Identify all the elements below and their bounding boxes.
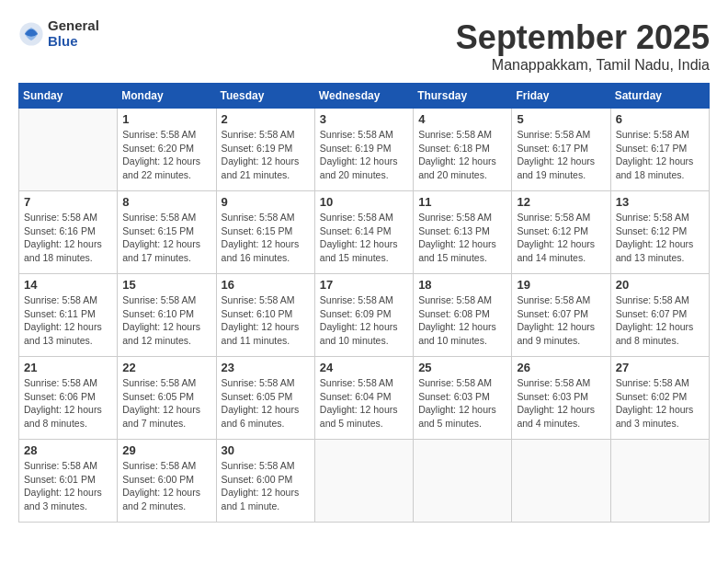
day-info: Sunrise: 5:58 AM Sunset: 6:00 PM Dayligh…	[222, 459, 310, 513]
day-number: 22	[122, 361, 210, 374]
calendar-week-row: 1Sunrise: 5:58 AM Sunset: 6:20 PM Daylig…	[19, 109, 710, 191]
day-number: 10	[320, 195, 408, 209]
weekday-header-monday: Monday	[118, 84, 216, 109]
logo-blue-text: Blue	[48, 34, 99, 50]
logo: General Blue	[18, 18, 99, 49]
calendar-cell: 30Sunrise: 5:58 AM Sunset: 6:00 PM Dayli…	[216, 440, 314, 523]
day-info: Sunrise: 5:58 AM Sunset: 6:01 PM Dayligh…	[24, 459, 112, 513]
day-info: Sunrise: 5:58 AM Sunset: 6:11 PM Dayligh…	[24, 293, 112, 348]
calendar-cell: 23Sunrise: 5:58 AM Sunset: 6:05 PM Dayli…	[216, 357, 314, 440]
calendar-cell: 4Sunrise: 5:58 AM Sunset: 6:18 PM Daylig…	[414, 109, 512, 191]
day-number: 7	[24, 195, 112, 209]
day-number: 13	[616, 195, 704, 209]
day-number: 20	[616, 278, 704, 292]
day-number: 23	[222, 361, 310, 374]
calendar-cell: 21Sunrise: 5:58 AM Sunset: 6:06 PM Dayli…	[19, 357, 118, 440]
weekday-header-thursday: Thursday	[414, 84, 512, 109]
page-header: General Blue September 2025 Manappakkam,…	[18, 18, 710, 74]
day-number: 30	[222, 443, 310, 457]
calendar-cell	[512, 440, 610, 523]
day-number: 11	[418, 195, 506, 209]
calendar-cell: 24Sunrise: 5:58 AM Sunset: 6:04 PM Dayli…	[314, 357, 413, 440]
day-number: 3	[320, 112, 408, 126]
calendar-cell: 5Sunrise: 5:58 AM Sunset: 6:17 PM Daylig…	[512, 109, 610, 191]
day-info: Sunrise: 5:58 AM Sunset: 6:13 PM Dayligh…	[418, 211, 506, 265]
calendar-cell: 26Sunrise: 5:58 AM Sunset: 6:03 PM Dayli…	[512, 357, 610, 440]
day-info: Sunrise: 5:58 AM Sunset: 6:16 PM Dayligh…	[24, 211, 112, 265]
calendar-cell: 25Sunrise: 5:58 AM Sunset: 6:03 PM Dayli…	[414, 357, 512, 440]
month-title: September 2025	[456, 18, 710, 57]
day-info: Sunrise: 5:58 AM Sunset: 6:06 PM Dayligh…	[24, 376, 112, 431]
calendar-cell: 28Sunrise: 5:58 AM Sunset: 6:01 PM Dayli…	[19, 440, 118, 523]
day-number: 17	[320, 278, 408, 292]
calendar-cell: 9Sunrise: 5:58 AM Sunset: 6:15 PM Daylig…	[216, 191, 314, 274]
day-number: 19	[517, 278, 605, 292]
calendar-week-row: 7Sunrise: 5:58 AM Sunset: 6:16 PM Daylig…	[19, 191, 710, 274]
day-info: Sunrise: 5:58 AM Sunset: 6:05 PM Dayligh…	[222, 376, 310, 431]
day-info: Sunrise: 5:58 AM Sunset: 6:02 PM Dayligh…	[616, 376, 704, 431]
day-number: 16	[222, 278, 310, 292]
location-subtitle: Manappakkam, Tamil Nadu, India	[456, 57, 710, 74]
calendar-cell: 2Sunrise: 5:58 AM Sunset: 6:19 PM Daylig…	[216, 109, 314, 191]
day-number: 5	[517, 112, 605, 126]
weekday-header-sunday: Sunday	[19, 84, 118, 109]
calendar-cell: 20Sunrise: 5:58 AM Sunset: 6:07 PM Dayli…	[610, 274, 709, 357]
calendar-cell: 13Sunrise: 5:58 AM Sunset: 6:12 PM Dayli…	[610, 191, 709, 274]
calendar-week-row: 21Sunrise: 5:58 AM Sunset: 6:06 PM Dayli…	[19, 357, 710, 440]
day-info: Sunrise: 5:58 AM Sunset: 6:12 PM Dayligh…	[616, 211, 704, 265]
day-number: 2	[222, 112, 310, 126]
calendar-week-row: 14Sunrise: 5:58 AM Sunset: 6:11 PM Dayli…	[19, 274, 710, 357]
day-number: 25	[418, 361, 506, 374]
day-info: Sunrise: 5:58 AM Sunset: 6:19 PM Dayligh…	[320, 128, 408, 182]
calendar-cell: 12Sunrise: 5:58 AM Sunset: 6:12 PM Dayli…	[512, 191, 610, 274]
logo-icon	[18, 21, 44, 47]
weekday-header-saturday: Saturday	[610, 84, 709, 109]
weekday-header-friday: Friday	[512, 84, 610, 109]
weekday-header-wednesday: Wednesday	[314, 84, 413, 109]
calendar-cell: 16Sunrise: 5:58 AM Sunset: 6:10 PM Dayli…	[216, 274, 314, 357]
day-number: 14	[24, 278, 112, 292]
calendar-cell	[414, 440, 512, 523]
calendar-cell: 1Sunrise: 5:58 AM Sunset: 6:20 PM Daylig…	[118, 109, 216, 191]
day-info: Sunrise: 5:58 AM Sunset: 6:04 PM Dayligh…	[320, 376, 408, 431]
calendar-cell: 7Sunrise: 5:58 AM Sunset: 6:16 PM Daylig…	[19, 191, 118, 274]
calendar-cell: 17Sunrise: 5:58 AM Sunset: 6:09 PM Dayli…	[314, 274, 413, 357]
day-info: Sunrise: 5:58 AM Sunset: 6:03 PM Dayligh…	[418, 376, 506, 431]
day-info: Sunrise: 5:58 AM Sunset: 6:10 PM Dayligh…	[222, 293, 310, 348]
day-number: 24	[320, 361, 408, 374]
day-number: 18	[418, 278, 506, 292]
calendar-cell: 29Sunrise: 5:58 AM Sunset: 6:00 PM Dayli…	[118, 440, 216, 523]
day-number: 9	[222, 195, 310, 209]
day-info: Sunrise: 5:58 AM Sunset: 6:20 PM Dayligh…	[122, 128, 210, 182]
weekday-header-row: SundayMondayTuesdayWednesdayThursdayFrid…	[19, 84, 710, 109]
calendar-cell	[610, 440, 709, 523]
day-number: 26	[517, 361, 605, 374]
day-info: Sunrise: 5:58 AM Sunset: 6:15 PM Dayligh…	[222, 211, 310, 265]
calendar-cell: 22Sunrise: 5:58 AM Sunset: 6:05 PM Dayli…	[118, 357, 216, 440]
day-number: 28	[24, 443, 112, 457]
day-info: Sunrise: 5:58 AM Sunset: 6:12 PM Dayligh…	[517, 211, 605, 265]
day-number: 15	[122, 278, 210, 292]
day-number: 21	[24, 361, 112, 374]
calendar-cell: 6Sunrise: 5:58 AM Sunset: 6:17 PM Daylig…	[610, 109, 709, 191]
calendar-cell: 8Sunrise: 5:58 AM Sunset: 6:15 PM Daylig…	[118, 191, 216, 274]
calendar-cell: 27Sunrise: 5:58 AM Sunset: 6:02 PM Dayli…	[610, 357, 709, 440]
day-info: Sunrise: 5:58 AM Sunset: 6:18 PM Dayligh…	[418, 128, 506, 182]
title-block: September 2025 Manappakkam, Tamil Nadu, …	[456, 18, 710, 74]
day-info: Sunrise: 5:58 AM Sunset: 6:00 PM Dayligh…	[122, 459, 210, 513]
day-info: Sunrise: 5:58 AM Sunset: 6:05 PM Dayligh…	[122, 376, 210, 431]
day-info: Sunrise: 5:58 AM Sunset: 6:15 PM Dayligh…	[122, 211, 210, 265]
calendar-cell	[19, 109, 118, 191]
day-number: 29	[122, 443, 210, 457]
day-info: Sunrise: 5:58 AM Sunset: 6:17 PM Dayligh…	[517, 128, 605, 182]
day-info: Sunrise: 5:58 AM Sunset: 6:09 PM Dayligh…	[320, 293, 408, 348]
day-info: Sunrise: 5:58 AM Sunset: 6:03 PM Dayligh…	[517, 376, 605, 431]
logo-general-text: General	[48, 18, 99, 34]
day-number: 12	[517, 195, 605, 209]
day-info: Sunrise: 5:58 AM Sunset: 6:19 PM Dayligh…	[222, 128, 310, 182]
calendar-cell: 10Sunrise: 5:58 AM Sunset: 6:14 PM Dayli…	[314, 191, 413, 274]
weekday-header-tuesday: Tuesday	[216, 84, 314, 109]
calendar-cell: 11Sunrise: 5:58 AM Sunset: 6:13 PM Dayli…	[414, 191, 512, 274]
day-info: Sunrise: 5:58 AM Sunset: 6:07 PM Dayligh…	[517, 293, 605, 348]
logo-text: General Blue	[48, 18, 99, 49]
